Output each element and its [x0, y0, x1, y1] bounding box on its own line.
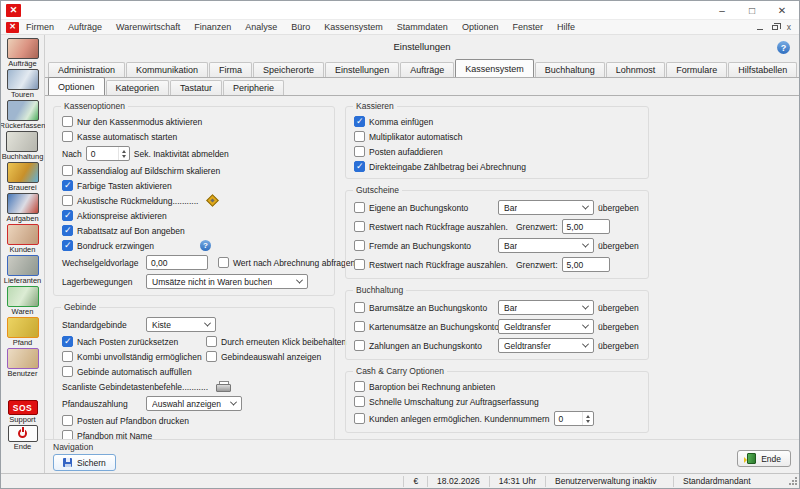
ende-button[interactable]: Ende	[737, 450, 791, 467]
menu-fenster[interactable]: Fenster	[505, 22, 550, 32]
grenzwert-eigene-input[interactable]: 5,00	[562, 219, 610, 234]
lagerbewegungen-select[interactable]: Umsätze nicht in Waren buchen	[146, 274, 308, 289]
checkbox-kombi[interactable]: Kombi unvollständig ermöglichen	[62, 351, 202, 362]
zahlungen-konto-select[interactable]: Geldtransfer	[498, 338, 594, 353]
tab-firma[interactable]: Firma	[209, 62, 252, 77]
help-icon[interactable]: ?	[777, 41, 790, 54]
menu-finanzen[interactable]: Finanzen	[187, 22, 238, 32]
save-button[interactable]: Sichern	[53, 454, 116, 471]
mdi-restore-icon[interactable]	[772, 25, 778, 30]
bondruck-help-icon[interactable]: ?	[200, 240, 211, 251]
checkbox-fremde-gutscheine[interactable]: Fremde an Buchungskonto	[354, 240, 494, 251]
checkbox-aufaddieren[interactable]: Posten aufaddieren	[354, 146, 443, 157]
checkbox-nur-kassenmodus[interactable]: Nur den Kassenmodus aktivieren	[62, 116, 202, 127]
checkbox-multiplikator[interactable]: Multiplikator automatisch	[354, 131, 463, 142]
checkbox-direkteingabe[interactable]: Direkteingabe Zählbetrag bei Abrechnung	[354, 161, 526, 172]
checkbox-gebindeauswahl[interactable]: Gebindeauswahl anzeigen	[206, 351, 321, 362]
tab-kommunikation[interactable]: Kommunikation	[126, 62, 208, 77]
tab-peripherie[interactable]: Peripherie	[223, 80, 284, 95]
checkbox-barumsaetze[interactable]: Barumsätze an Buchungskonto	[354, 302, 494, 313]
stepper-up-icon[interactable]	[586, 415, 590, 418]
tab-administration[interactable]: Administration	[48, 62, 125, 77]
stepper-arrows[interactable]	[118, 147, 129, 160]
tab-formulare[interactable]: Formulare	[666, 62, 727, 77]
checkbox-erneut-klick[interactable]: Durch erneuten Klick beibehalten	[206, 336, 326, 347]
menu-firmen[interactable]: Firmen	[19, 22, 61, 32]
checkbox-posten-pfandbon[interactable]: Posten auf Pfandbon drucken	[62, 415, 189, 426]
menu-stammdaten[interactable]: Stammdaten	[390, 22, 455, 32]
checkbox-farbige-tasten[interactable]: Farbige Tasten aktivieren	[62, 180, 172, 191]
menu-optionen[interactable]: Optionen	[455, 22, 506, 32]
eigene-konto-select[interactable]: Bar	[498, 200, 594, 215]
checkbox-wert-abfragen[interactable]: Wert nach Abrechnung abfragen	[218, 257, 326, 268]
barumsaetze-konto-select[interactable]: Bar	[498, 300, 594, 315]
sidebar-item-aufgaben[interactable]: Aufgaben	[6, 193, 38, 223]
stepper-down-icon[interactable]	[586, 420, 590, 423]
checkbox-kassendialog-skalieren[interactable]: Kassendialog auf Bildschirm skalieren	[62, 165, 220, 176]
checkbox-kunden-anlegen[interactable]: Kunden anlegen ermöglichen. Kundennummer…	[354, 413, 550, 424]
sidebar-item-lieferanten[interactable]: Lieferanten	[4, 255, 42, 285]
window-close-button[interactable]: ✕	[770, 2, 794, 19]
stepper-down-icon[interactable]	[122, 155, 126, 158]
tab-lohnmost[interactable]: Lohnmost	[606, 62, 666, 77]
checkbox-kartenumsaetze[interactable]: Kartenumsätze an Buchungskonto	[354, 321, 494, 332]
sidebar-item-support[interactable]: SOS Support	[8, 400, 38, 424]
window-minimize-button[interactable]: –	[710, 2, 734, 19]
checkbox-kasse-autostart[interactable]: Kasse automatisch starten	[62, 131, 177, 142]
checkbox-rabattsatz[interactable]: Rabattsatz auf Bon angeben	[62, 225, 185, 236]
sidebar-item-pfand[interactable]: Pfand	[7, 317, 39, 347]
sidebar-item-buchhaltung[interactable]: Buchhaltung	[2, 131, 44, 161]
mdi-window-icon[interactable]: ✕	[6, 22, 19, 33]
tab-auftraege[interactable]: Aufträge	[400, 62, 454, 77]
tab-buchhaltung[interactable]: Buchhaltung	[535, 62, 605, 77]
sidebar-item-brauerei[interactable]: Brauerei	[7, 162, 39, 192]
checkbox-aktionspreise[interactable]: Aktionspreise aktivieren	[62, 210, 167, 221]
tab-einstellungen[interactable]: Einstellungen	[325, 62, 399, 77]
kundennummern-stepper[interactable]: 0	[554, 411, 594, 426]
checkbox-eigene-gutscheine[interactable]: Eigene an Buchungskonto	[354, 202, 494, 213]
stepper-arrows[interactable]	[582, 412, 593, 425]
menu-buero[interactable]: Büro	[284, 22, 317, 32]
checkbox-auto-auffuellen[interactable]: Gebinde automatisch auffüllen	[62, 366, 192, 377]
wechselgeld-input[interactable]: 0,00	[146, 255, 208, 270]
standardgebinde-select[interactable]: Kiste	[146, 317, 216, 332]
checkbox-pfandbon-name[interactable]: Pfandbon mit Name	[62, 430, 152, 439]
menu-analyse[interactable]: Analyse	[238, 22, 284, 32]
printer-icon[interactable]	[216, 381, 229, 392]
checkbox-akustische-rueckmeldung[interactable]: Akustische Rückmeldung...........	[62, 195, 198, 206]
sidebar-item-auftraege[interactable]: Aufträge	[7, 38, 39, 68]
checkbox-restwert-eigene[interactable]: Restwert nach Rückfrage auszahlen.	[354, 221, 512, 232]
checkbox-komma[interactable]: Komma einfügen	[354, 116, 433, 127]
checkbox-restwert-fremde[interactable]: Restwert nach Rückfrage auszahlen.	[354, 259, 512, 270]
window-maximize-button[interactable]: □	[740, 2, 764, 19]
sound-icon[interactable]	[207, 194, 220, 207]
sidebar-item-touren[interactable]: Touren	[7, 69, 39, 99]
menu-auftraege[interactable]: Aufträge	[61, 22, 109, 32]
resize-grip[interactable]	[787, 475, 799, 487]
fremde-konto-select[interactable]: Bar	[498, 238, 594, 253]
inactivity-seconds-stepper[interactable]: 0	[86, 146, 130, 161]
sidebar-item-benutzer[interactable]: Benutzer	[7, 348, 39, 378]
mdi-minimize-icon[interactable]	[757, 29, 763, 31]
menu-hilfe[interactable]: Hilfe	[550, 22, 582, 32]
checkbox-zahlungen[interactable]: Zahlungen an Buchungskonto	[354, 340, 494, 351]
checkbox-nach-posten[interactable]: Nach Posten zurücksetzen	[62, 336, 202, 347]
tab-optionen[interactable]: Optionen	[48, 77, 105, 95]
tab-hilfstabellen[interactable]: Hilfstabellen	[728, 62, 797, 77]
tab-speicherorte[interactable]: Speicherorte	[253, 62, 324, 77]
sidebar-item-ende[interactable]: Ende	[8, 425, 38, 451]
tab-kassensystem[interactable]: Kassensystem	[455, 59, 534, 77]
checkbox-bondruck[interactable]: Bondruck erzwingen	[62, 240, 154, 251]
pfandauszahlung-select[interactable]: Auswahl anzeigen	[146, 396, 242, 411]
tab-kategorien[interactable]: Kategorien	[106, 80, 170, 95]
sidebar-item-rueckerfassen[interactable]: Rückerfassen	[0, 100, 45, 130]
menu-warenwirtschaft[interactable]: Warenwirtschaft	[109, 22, 187, 32]
menu-kassensystem[interactable]: Kassensystem	[317, 22, 390, 32]
sidebar-item-waren[interactable]: Waren	[7, 286, 39, 316]
mdi-close-icon[interactable]: x	[787, 23, 791, 32]
kartenumsaetze-konto-select[interactable]: Geldtransfer	[498, 319, 594, 334]
grenzwert-fremde-input[interactable]: 5,00	[562, 257, 610, 272]
stepper-up-icon[interactable]	[122, 150, 126, 153]
tab-tastatur[interactable]: Tastatur	[170, 80, 222, 95]
checkbox-baroption[interactable]: Baroption bei Rechnung anbieten	[354, 381, 495, 392]
